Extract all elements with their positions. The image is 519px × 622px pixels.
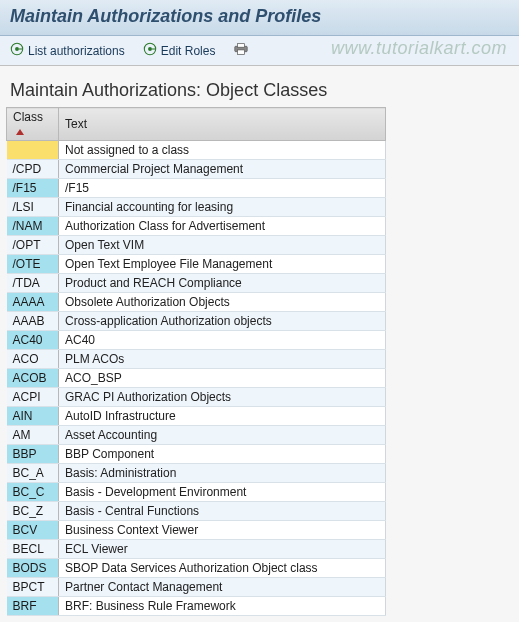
cell-text: Open Text VIM [59, 236, 386, 255]
edit-roles-button[interactable]: Edit Roles [139, 40, 220, 61]
cell-text: Product and REACH Compliance [59, 274, 386, 293]
column-header-class[interactable]: Class [7, 108, 59, 141]
cell-text: Obsolete Authorization Objects [59, 293, 386, 312]
cell-class: /CPD [7, 160, 59, 179]
cell-class: /NAM [7, 217, 59, 236]
table-row[interactable]: ACOBACO_BSP [7, 369, 386, 388]
table-row[interactable]: /F15/F15 [7, 179, 386, 198]
table-row[interactable]: AAABCross-application Authorization obje… [7, 312, 386, 331]
cell-class: /OPT [7, 236, 59, 255]
cell-text: BRF: Business Rule Framework [59, 597, 386, 616]
svg-point-3 [148, 47, 152, 51]
titlebar: Maintain Authorizations and Profiles [0, 0, 519, 36]
cell-class: ACPI [7, 388, 59, 407]
cell-class: BC_C [7, 483, 59, 502]
content-area: Maintain Authorizations: Object Classes … [0, 66, 519, 616]
cell-text: Cross-application Authorization objects [59, 312, 386, 331]
cell-text: Basis - Central Functions [59, 502, 386, 521]
cell-class: BRF [7, 597, 59, 616]
table-row[interactable]: BRFBRF: Business Rule Framework [7, 597, 386, 616]
object-classes-table[interactable]: Class Text Not assigned to a class/CPDCo… [6, 107, 386, 616]
cell-text: Asset Accounting [59, 426, 386, 445]
table-row[interactable]: BC_CBasis - Development Environment [7, 483, 386, 502]
execute-icon [10, 42, 24, 59]
toolbar: List authorizations Edit Roles [0, 36, 519, 66]
table-row[interactable]: BC_ABasis: Administration [7, 464, 386, 483]
cell-class: /TDA [7, 274, 59, 293]
table-row[interactable]: /OPTOpen Text VIM [7, 236, 386, 255]
page-title: Maintain Authorizations and Profiles [10, 6, 509, 27]
cell-text: Open Text Employee File Management [59, 255, 386, 274]
table-row[interactable]: /TDAProduct and REACH Compliance [7, 274, 386, 293]
table-row[interactable]: BCVBusiness Context Viewer [7, 521, 386, 540]
cell-text: SBOP Data Services Authorization Object … [59, 559, 386, 578]
cell-class: /F15 [7, 179, 59, 198]
cell-class: BBP [7, 445, 59, 464]
column-header-text-label: Text [65, 117, 87, 131]
cell-text: /F15 [59, 179, 386, 198]
edit-roles-label: Edit Roles [161, 44, 216, 58]
cell-text: Not assigned to a class [59, 141, 386, 160]
print-button[interactable] [229, 40, 253, 61]
cell-text: GRAC PI Authorization Objects [59, 388, 386, 407]
table-row[interactable]: AAAAObsolete Authorization Objects [7, 293, 386, 312]
table-row[interactable]: AINAutoID Infrastructure [7, 407, 386, 426]
table-row[interactable]: /OTEOpen Text Employee File Management [7, 255, 386, 274]
table-row[interactable]: /CPDCommercial Project Management [7, 160, 386, 179]
table-row[interactable]: /NAMAuthorization Class for Advertisemen… [7, 217, 386, 236]
svg-point-1 [15, 47, 19, 51]
cell-text: PLM ACOs [59, 350, 386, 369]
cell-class: AC40 [7, 331, 59, 350]
cell-text: ACO_BSP [59, 369, 386, 388]
column-header-text[interactable]: Text [59, 108, 386, 141]
table-row[interactable]: ACPIGRAC PI Authorization Objects [7, 388, 386, 407]
table-row[interactable]: /LSIFinancial accounting for leasing [7, 198, 386, 217]
cell-class: BCV [7, 521, 59, 540]
cell-class: /OTE [7, 255, 59, 274]
column-header-class-label: Class [13, 110, 43, 124]
content-subtitle: Maintain Authorizations: Object Classes [0, 76, 519, 107]
cell-class: AM [7, 426, 59, 445]
table-row[interactable]: BC_ZBasis - Central Functions [7, 502, 386, 521]
list-authorizations-button[interactable]: List authorizations [6, 40, 129, 61]
cell-class: BC_Z [7, 502, 59, 521]
cell-text: AutoID Infrastructure [59, 407, 386, 426]
cell-class: BPCT [7, 578, 59, 597]
cell-class: AIN [7, 407, 59, 426]
cell-class: AAAB [7, 312, 59, 331]
cell-text: Basis - Development Environment [59, 483, 386, 502]
table-row[interactable]: Not assigned to a class [7, 141, 386, 160]
cell-text: Authorization Class for Advertisement [59, 217, 386, 236]
svg-rect-5 [238, 44, 245, 48]
cell-class: ACO [7, 350, 59, 369]
grid-container: Class Text Not assigned to a class/CPDCo… [6, 107, 519, 616]
svg-rect-6 [238, 50, 245, 54]
list-authorizations-label: List authorizations [28, 44, 125, 58]
cell-text: Commercial Project Management [59, 160, 386, 179]
table-row[interactable]: BBPBBP Component [7, 445, 386, 464]
cell-class: /LSI [7, 198, 59, 217]
cell-text: Business Context Viewer [59, 521, 386, 540]
cell-class: ACOB [7, 369, 59, 388]
cell-class: AAAA [7, 293, 59, 312]
table-row[interactable]: AC40AC40 [7, 331, 386, 350]
sort-ascending-icon [16, 129, 24, 135]
execute-icon [143, 42, 157, 59]
cell-text: BBP Component [59, 445, 386, 464]
app-window: Maintain Authorizations and Profiles Lis… [0, 0, 519, 622]
cell-class: BC_A [7, 464, 59, 483]
cell-text: ECL Viewer [59, 540, 386, 559]
cell-text: AC40 [59, 331, 386, 350]
cell-text: Basis: Administration [59, 464, 386, 483]
table-row[interactable]: BECLECL Viewer [7, 540, 386, 559]
cell-text: Partner Contact Management [59, 578, 386, 597]
cell-class: BECL [7, 540, 59, 559]
cell-text: Financial accounting for leasing [59, 198, 386, 217]
table-header-row: Class Text [7, 108, 386, 141]
cell-class [7, 141, 59, 160]
table-row[interactable]: BODSSBOP Data Services Authorization Obj… [7, 559, 386, 578]
table-row[interactable]: AMAsset Accounting [7, 426, 386, 445]
printer-icon [233, 42, 249, 59]
table-row[interactable]: BPCTPartner Contact Management [7, 578, 386, 597]
table-row[interactable]: ACOPLM ACOs [7, 350, 386, 369]
